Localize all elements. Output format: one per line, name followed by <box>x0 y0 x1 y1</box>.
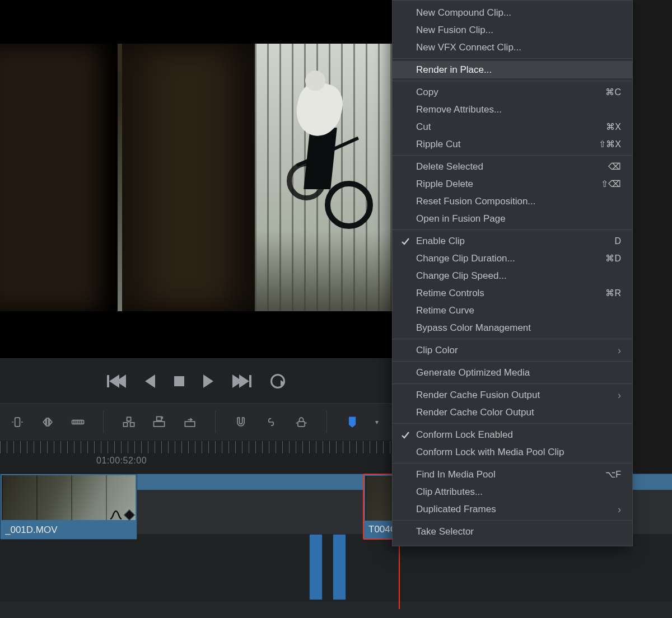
menu-open-in-fusion-page[interactable]: Open in Fusion Page <box>393 210 632 227</box>
menu-change-clip-duration[interactable]: Change Clip Duration...⌘D <box>393 250 632 267</box>
play-reverse-button[interactable] <box>145 374 155 388</box>
menu-new-compound-clip[interactable]: New Compound Clip... <box>393 4 632 21</box>
shortcut-label: ⇧⌫ <box>601 179 621 189</box>
insert-icon[interactable] <box>122 415 136 429</box>
trim-mode-icon[interactable] <box>40 415 55 429</box>
marker-dropdown-icon[interactable]: ▾ <box>375 418 382 426</box>
submenu-arrow-icon: › <box>618 504 621 514</box>
snap-icon[interactable] <box>234 415 248 429</box>
menu-clip-attributes[interactable]: Clip Attributes... <box>393 483 632 500</box>
checkmark-icon <box>400 430 410 440</box>
menu-enable-clip[interactable]: Enable ClipD <box>393 232 632 250</box>
keyframe-icon <box>124 509 135 521</box>
menu-clip-color[interactable]: Clip Color› <box>393 341 632 359</box>
viewer-panel <box>0 0 392 358</box>
jump-end-button[interactable] <box>232 374 251 388</box>
menu-take-selector[interactable]: Take Selector <box>393 523 632 540</box>
menu-retime-curve[interactable]: Retime Curve <box>393 302 632 319</box>
loop-button[interactable] <box>270 374 285 388</box>
menu-retime-controls[interactable]: Retime Controls⌘R <box>393 284 632 302</box>
shortcut-label: ⌘D <box>605 253 621 264</box>
selection-follows-icon[interactable] <box>10 415 25 429</box>
menu-new-fusion-clip[interactable]: New Fusion Clip... <box>393 21 632 39</box>
shortcut-label: ⌫ <box>608 161 621 172</box>
clip-context-menu: New Compound Clip... New Fusion Clip... … <box>392 0 633 546</box>
menu-reset-fusion-composition[interactable]: Reset Fusion Composition... <box>393 193 632 210</box>
menu-copy[interactable]: Copy⌘C <box>393 83 632 101</box>
menu-generate-optimized-media[interactable]: Generate Optimized Media <box>393 364 632 381</box>
menu-change-clip-speed[interactable]: Change Clip Speed... <box>393 267 632 284</box>
menu-ripple-cut[interactable]: Ripple Cut⇧⌘X <box>393 135 632 153</box>
jump-start-button[interactable] <box>107 374 126 388</box>
menu-render-cache-fusion-output[interactable]: Render Cache Fusion Output› <box>393 386 632 404</box>
lock-icon[interactable] <box>294 415 309 429</box>
marker-icon[interactable] <box>345 415 360 429</box>
svg-rect-5 <box>127 417 131 421</box>
menu-render-in-place[interactable]: Render in Place... <box>393 61 632 78</box>
shortcut-label: ⇧⌘X <box>599 139 621 149</box>
overwrite-icon[interactable] <box>152 415 166 429</box>
menu-delete-selected[interactable]: Delete Selected⌫ <box>393 158 632 175</box>
timeline-clip[interactable]: _001D.MOV <box>0 474 137 540</box>
svg-rect-6 <box>154 422 165 427</box>
menu-cut[interactable]: Cut⌘X <box>393 118 632 135</box>
menu-duplicated-frames[interactable]: Duplicated Frames› <box>393 500 632 518</box>
shortcut-label: ⌘R <box>605 288 621 298</box>
svg-rect-4 <box>130 423 134 427</box>
timeline-toolbar: ▾ <box>0 403 392 441</box>
viewer-frame[interactable] <box>0 44 392 311</box>
transport-bar <box>0 358 392 403</box>
submenu-arrow-icon: › <box>618 345 621 355</box>
timeline-ruler[interactable]: 01:00:52:00 <box>0 441 392 474</box>
shortcut-label: ⌘X <box>606 121 621 132</box>
menu-bypass-color-management[interactable]: Bypass Color Management <box>393 319 632 336</box>
svg-rect-9 <box>298 422 305 427</box>
play-button[interactable] <box>203 374 213 388</box>
clip-transition[interactable] <box>333 534 346 600</box>
svg-rect-8 <box>185 422 194 427</box>
submenu-arrow-icon: › <box>618 390 621 400</box>
menu-conform-lock-enabled[interactable]: Conform Lock Enabled <box>393 426 632 443</box>
menu-find-in-media-pool[interactable]: Find In Media Pool⌥F <box>393 466 632 483</box>
shortcut-label: ⌥F <box>605 469 621 480</box>
replace-icon[interactable] <box>183 415 197 429</box>
clip-label: _001D.MOV <box>5 525 58 536</box>
stop-button[interactable] <box>174 376 184 386</box>
ruler-timecode: 01:00:52:00 <box>96 456 147 466</box>
link-icon[interactable] <box>264 415 278 429</box>
shortcut-label: ⌘C <box>605 87 621 97</box>
menu-new-vfx-connect-clip[interactable]: New VFX Connect Clip... <box>393 39 632 56</box>
retime-curve-icon <box>110 510 122 520</box>
menu-conform-lock-media-pool[interactable]: Conform Lock with Media Pool Clip <box>393 443 632 461</box>
shortcut-label: D <box>614 236 621 246</box>
dynamic-trim-icon[interactable] <box>71 415 85 429</box>
menu-ripple-delete[interactable]: Ripple Delete⇧⌫ <box>393 175 632 193</box>
clip-transition[interactable] <box>309 534 323 600</box>
svg-rect-3 <box>124 423 128 427</box>
clip-fx-icons <box>110 510 133 520</box>
menu-remove-attributes[interactable]: Remove Attributes... <box>393 101 632 118</box>
svg-rect-7 <box>157 416 162 420</box>
svg-rect-1 <box>46 418 48 426</box>
menu-render-cache-color-output[interactable]: Render Cache Color Output <box>393 404 632 421</box>
svg-rect-0 <box>15 418 20 427</box>
checkmark-icon <box>400 236 410 246</box>
